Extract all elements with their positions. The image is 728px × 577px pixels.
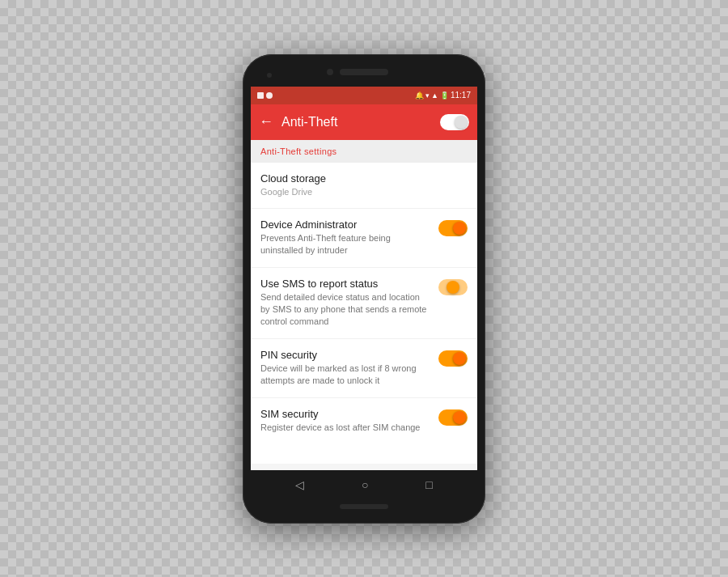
wifi-icon: ▾ <box>425 91 430 100</box>
setting-device-admin-subtitle: Prevents Anti-Theft feature being uninst… <box>260 232 430 257</box>
setting-use-sms[interactable]: Use SMS to report status Send detailed d… <box>251 268 477 339</box>
notification-icon-2 <box>266 92 273 99</box>
sim-toggle[interactable] <box>438 409 468 426</box>
setting-use-sms-text: Use SMS to report status Send detailed d… <box>260 278 438 329</box>
setting-pin-title: PIN security <box>260 349 430 361</box>
battery-icon: 🔋 <box>440 91 449 100</box>
app-bar: ← Anti-Theft <box>251 104 477 140</box>
status-left-icons <box>257 92 273 99</box>
setting-cloud-text: Cloud storage Google Drive <box>260 172 468 198</box>
setting-pin-subtitle: Device will be marked as lost if 8 wrong… <box>260 363 430 388</box>
phone-chin <box>340 504 388 509</box>
sms-toggle[interactable] <box>438 279 468 295</box>
setting-sim-text: SIM security Register device as lost aft… <box>260 408 438 434</box>
setting-pin-security[interactable]: PIN security Device will be marked as lo… <box>251 339 477 398</box>
settings-list: Cloud storage Google Drive Device Admini… <box>251 163 477 464</box>
app-title: Anti-Theft <box>281 115 337 129</box>
setting-sim-subtitle: Register device as lost after SIM change <box>260 422 430 434</box>
signal-icon: ▲ <box>431 91 438 100</box>
phone-screen: 🔔 ▾ ▲ 🔋 11:17 ← Anti-Theft Anti-Theft se… <box>251 87 477 499</box>
setting-cloud-storage[interactable]: Cloud storage Google Drive <box>251 163 477 209</box>
setting-pin-text: PIN security Device will be marked as lo… <box>260 349 438 388</box>
notification-icon-1 <box>257 92 264 99</box>
nav-home-button[interactable]: ○ <box>362 478 368 491</box>
setting-cloud-title: Cloud storage <box>260 172 459 185</box>
front-camera <box>267 73 272 78</box>
phone-speaker <box>340 69 388 75</box>
main-toggle[interactable] <box>440 114 469 130</box>
setting-use-sms-subtitle: Send detailed device status and location… <box>260 291 430 329</box>
pin-toggle[interactable] <box>438 350 468 367</box>
status-time: 11:17 <box>451 91 471 100</box>
back-button[interactable]: ← <box>259 113 273 130</box>
nav-back-button[interactable]: ◁ <box>295 478 304 491</box>
status-right: 🔔 ▾ ▲ 🔋 11:17 <box>415 91 471 100</box>
nav-recent-button[interactable]: □ <box>425 478 432 491</box>
app-bar-left: ← Anti-Theft <box>259 113 337 130</box>
section-header: Anti-Theft settings <box>251 140 477 163</box>
setting-sim-security[interactable]: SIM security Register device as lost aft… <box>251 398 477 443</box>
device-admin-toggle[interactable] <box>438 220 468 236</box>
status-right-icons: 🔔 ▾ ▲ 🔋 <box>415 91 449 100</box>
phone-device: 🔔 ▾ ▲ 🔋 11:17 ← Anti-Theft Anti-Theft se… <box>243 54 485 524</box>
setting-sim-title: SIM security <box>260 408 430 420</box>
setting-cloud-subtitle: Google Drive <box>260 186 459 198</box>
setting-device-admin[interactable]: Device Administrator Prevents Anti-Theft… <box>251 209 477 268</box>
setting-device-admin-text: Device Administrator Prevents Anti-Theft… <box>260 218 438 257</box>
setting-use-sms-title: Use SMS to report status <box>260 278 430 290</box>
volume-icon: 🔔 <box>415 91 424 100</box>
nav-bar: ◁ ○ □ <box>251 470 477 499</box>
status-bar: 🔔 ▾ ▲ 🔋 11:17 <box>251 87 477 104</box>
setting-device-admin-title: Device Administrator <box>260 218 430 231</box>
